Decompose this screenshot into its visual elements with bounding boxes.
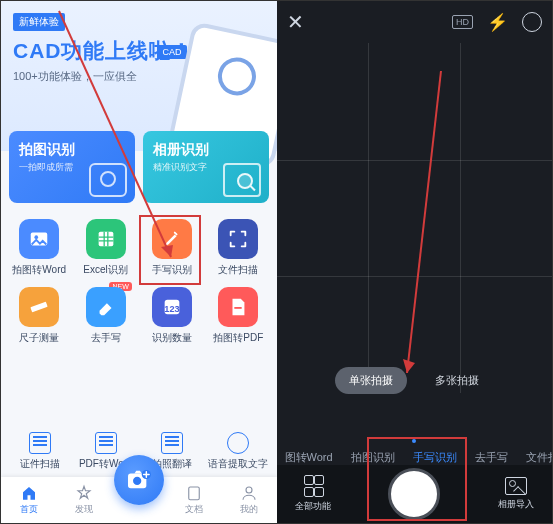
tab-voice-extract[interactable]: 语音提取文字 — [205, 426, 271, 477]
gallery-icon — [505, 477, 527, 495]
scan-icon — [227, 228, 249, 250]
feature-ruler[interactable]: 尺子测量 — [9, 287, 69, 345]
scroll-item[interactable]: 文件扫描 — [526, 450, 552, 465]
feature-grid: 拍图转Word Excel识别 手写识别 文件扫描 尺子测量 — [9, 219, 269, 355]
svg-text:123: 123 — [164, 304, 179, 314]
feature-remove-handwriting[interactable]: NEW 去手写 — [75, 287, 135, 345]
feature-count[interactable]: 123 识别数量 — [142, 287, 202, 345]
feature-file-scan[interactable]: 文件扫描 — [208, 219, 268, 277]
svg-point-10 — [133, 477, 141, 485]
feature-label: 手写识别 — [152, 264, 192, 275]
nav-docs[interactable]: 文档 — [166, 484, 221, 516]
id-icon — [29, 432, 51, 454]
discover-icon — [75, 484, 93, 502]
flash-icon[interactable]: ⚡ — [487, 12, 508, 33]
svg-rect-2 — [98, 232, 113, 247]
feature-label: Excel识别 — [83, 264, 127, 275]
hd-icon[interactable]: HD — [452, 15, 473, 29]
feature-photo-to-word[interactable]: 拍图转Word — [9, 219, 69, 277]
scroll-item[interactable]: 去手写 — [475, 450, 508, 465]
nav-label: 文档 — [185, 504, 203, 514]
image-icon — [28, 228, 50, 250]
mode-single[interactable]: 单张拍摄 — [335, 367, 407, 394]
camera-icon — [89, 163, 127, 197]
new-badge: 新鲜体验 — [13, 13, 65, 31]
camera-screen: ✕ HD ⚡ 单张拍摄 多张拍摄 图转Word 拍图识别 手写识别 去手写 文件… — [277, 1, 553, 523]
doc-icon — [95, 432, 117, 454]
gallery-label: 相册导入 — [498, 499, 534, 509]
shutter-button[interactable] — [388, 468, 440, 520]
card-photo-recognize[interactable]: 拍图识别 一拍即成所需 — [9, 131, 135, 203]
scroll-item[interactable]: 拍图识别 — [351, 450, 395, 465]
mic-icon — [227, 432, 249, 454]
gallery-import-button[interactable]: 相册导入 — [498, 477, 534, 511]
pdf-icon — [227, 296, 249, 318]
feature-scroller[interactable]: 图转Word 拍图识别 手写识别 去手写 文件扫描 — [277, 450, 553, 465]
card-title: 拍图识别 — [19, 141, 125, 159]
svg-rect-3 — [30, 302, 47, 313]
hero-banner[interactable]: 新鲜体验 CAD功能上线啦！ 100+功能体验，一应俱全 CAD — [1, 1, 277, 151]
docs-icon — [185, 484, 203, 502]
shot-mode-bar: 单张拍摄 多张拍摄 — [277, 367, 553, 394]
feature-label: 去手写 — [91, 332, 121, 343]
user-icon — [240, 484, 258, 502]
ruler-icon — [28, 296, 50, 318]
feature-label: 尺子测量 — [19, 332, 59, 343]
nav-home[interactable]: 首页 — [1, 484, 56, 516]
magnifier-icon — [223, 163, 261, 197]
camera-fab[interactable] — [114, 455, 164, 505]
indicator-dot — [412, 439, 416, 443]
viewfinder[interactable] — [277, 43, 553, 393]
grid-icon — [304, 475, 322, 497]
scroll-item[interactable]: 图转Word — [285, 450, 333, 465]
camera-plus-icon — [126, 469, 152, 491]
card-album-recognize[interactable]: 相册识别 精准识别文字 — [143, 131, 269, 203]
feature-label: 拍图转PDF — [213, 332, 263, 343]
all-features-button[interactable]: 全部功能 — [295, 475, 331, 513]
app-home-screen: 新鲜体验 CAD功能上线啦！ 100+功能体验，一应俱全 CAD 拍图识别 一拍… — [1, 1, 277, 523]
feature-handwriting-recognize[interactable]: 手写识别 — [142, 219, 202, 277]
switch-camera-icon[interactable] — [522, 12, 542, 32]
camera-controls: 全部功能 相册导入 — [277, 465, 553, 523]
card-title: 相册识别 — [153, 141, 259, 159]
svg-point-8 — [246, 487, 252, 493]
svg-rect-6 — [235, 307, 242, 309]
camera-topbar: ✕ HD ⚡ — [277, 1, 553, 43]
nav-me[interactable]: 我的 — [221, 484, 276, 516]
svg-point-1 — [35, 235, 39, 239]
home-icon — [20, 484, 38, 502]
eraser-icon — [95, 296, 117, 318]
close-icon[interactable]: ✕ — [287, 10, 304, 34]
number-icon: 123 — [161, 296, 183, 318]
feature-label: 识别数量 — [152, 332, 192, 343]
feature-label: 拍图转Word — [12, 264, 66, 275]
feature-photo-to-pdf[interactable]: 拍图转PDF — [208, 287, 268, 345]
pen-icon — [161, 228, 183, 250]
tab-id-scan[interactable]: 证件扫描 — [7, 426, 73, 477]
feature-label: 文件扫描 — [218, 264, 258, 275]
tab-label: 语音提取文字 — [208, 458, 268, 469]
feature-excel-recognize[interactable]: Excel识别 — [75, 219, 135, 277]
nav-label: 我的 — [240, 504, 258, 514]
scroll-item-active[interactable]: 手写识别 — [413, 450, 457, 465]
nav-discover[interactable]: 发现 — [56, 484, 111, 516]
translate-icon — [161, 432, 183, 454]
svg-rect-7 — [189, 487, 200, 500]
grid-icon — [95, 228, 117, 250]
cad-chip: CAD — [157, 45, 186, 59]
mode-multi[interactable]: 多张拍摄 — [421, 367, 493, 394]
all-label: 全部功能 — [295, 501, 331, 511]
tab-label: 证件扫描 — [20, 458, 60, 469]
nav-label: 发现 — [75, 504, 93, 514]
nav-label: 首页 — [20, 504, 38, 514]
